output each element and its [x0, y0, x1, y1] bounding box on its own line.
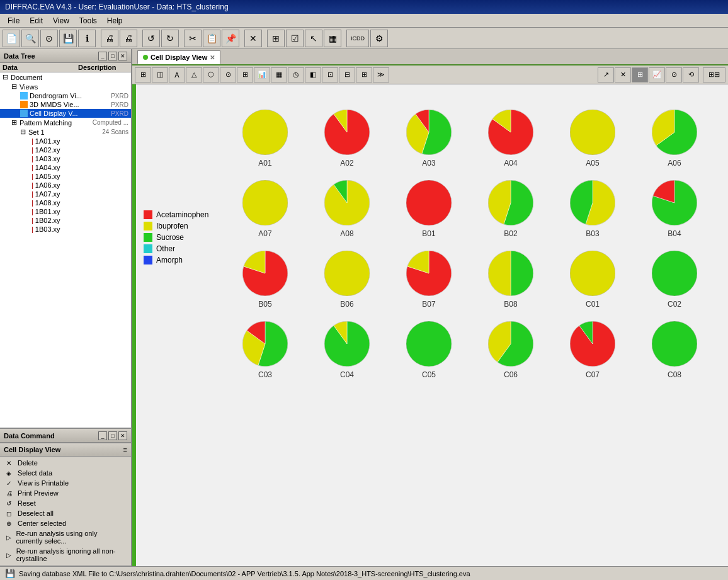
chart-cell-c05[interactable]: C05 [394, 321, 464, 379]
tree-1a01[interactable]: | 1A01.xy [0, 137, 131, 145]
open-button[interactable]: 🔍 [21, 30, 39, 47]
chart-cell-c01[interactable]: C01 [558, 251, 627, 309]
check-button[interactable]: ☑ [286, 30, 304, 47]
view-btn4[interactable]: △ [186, 67, 202, 82]
chart-cell-a04[interactable]: A04 [476, 110, 545, 168]
view-btn10[interactable]: ◷ [288, 67, 304, 82]
chart-cell-c07[interactable]: C07 [558, 321, 627, 379]
tree-1b03[interactable]: | 1B03.xy [0, 225, 131, 234]
chart-cell-b01[interactable]: B01 [394, 180, 464, 238]
tree-views[interactable]: ⊟ Views [0, 82, 131, 91]
chart-cell-a02[interactable]: A02 [312, 110, 382, 168]
view-btn11[interactable]: ◧ [305, 67, 321, 82]
tab-cell-display[interactable]: Cell Display View ✕ [137, 50, 220, 64]
view-btn6[interactable]: ⊙ [220, 67, 236, 82]
cmd-print-preview[interactable]: 🖨 Print Preview [4, 488, 127, 498]
view-btn22[interactable]: ⊞⊞ [703, 67, 725, 82]
maximize-tree-button[interactable]: □ [108, 52, 117, 60]
tree-document[interactable]: ⊟ Document [0, 72, 131, 82]
tree-3dmmds[interactable]: 3D MMDS Vie... PXRD [0, 100, 131, 109]
view-btn5[interactable]: ⬡ [203, 67, 219, 82]
menu-file[interactable]: File [3, 15, 25, 26]
chart-cell-c06[interactable]: C06 [476, 321, 545, 379]
section-menu-icon[interactable]: ≡ [123, 446, 127, 453]
view-btn7[interactable]: ⊞ [237, 67, 253, 82]
settings-button[interactable]: ⚙ [370, 30, 388, 47]
chart-cell-b05[interactable]: B05 [230, 251, 300, 309]
chart-cell-b08[interactable]: B08 [476, 251, 545, 309]
chart-cell-b07[interactable]: B07 [394, 251, 464, 309]
chart-cell-c02[interactable]: C02 [640, 251, 709, 309]
menu-view[interactable]: View [48, 15, 74, 26]
redo-button[interactable]: ↻ [161, 30, 179, 47]
chart-cell-b03[interactable]: B03 [558, 180, 627, 238]
chart-cell-a03[interactable]: A03 [394, 110, 464, 168]
cmd-reset[interactable]: ↺ Reset [4, 498, 127, 508]
cmd-rerun-noncrystalline[interactable]: ▷ Re-run analysis ignoring all non-cryst… [4, 546, 127, 564]
view-btn9[interactable]: ▦ [271, 67, 287, 82]
menu-tools[interactable]: Tools [74, 15, 102, 26]
minimize-tree-button[interactable]: _ [98, 52, 107, 60]
tree-dendrogram[interactable]: Dendrogram Vi... PXRD [0, 91, 131, 100]
save-button[interactable]: 💾 [59, 30, 77, 47]
view-btn20[interactable]: ⊙ [666, 67, 682, 82]
cmd-deselect[interactable]: ◻ Deselect all [4, 508, 127, 518]
chart-cell-a06[interactable]: A06 [640, 110, 709, 168]
view-btn16[interactable]: ↗ [598, 67, 614, 82]
chart-cell-b02[interactable]: B02 [476, 180, 545, 238]
chart-cell-c08[interactable]: C08 [640, 321, 709, 379]
view-btn14[interactable]: ⊞ [356, 67, 372, 82]
close-tree-button[interactable]: ✕ [118, 52, 127, 60]
view-btn8[interactable]: 📊 [254, 67, 270, 82]
tree-1a08[interactable]: | 1A08.xy [0, 198, 131, 207]
view-btn13[interactable]: ⊟ [339, 67, 355, 82]
info-button[interactable]: ℹ [78, 30, 96, 47]
tree-1a07[interactable]: | 1A07.xy [0, 190, 131, 198]
tree-pattern-matching[interactable]: ⊞ Pattern Matching Computed ... [0, 118, 131, 127]
cmd-select-data[interactable]: ◈ Select data [4, 468, 127, 478]
tree-1a05[interactable]: | 1A05.xy [0, 172, 131, 181]
copy-button[interactable]: 📋 [203, 30, 220, 47]
view-btn15[interactable]: ≫ [373, 67, 389, 82]
view-btn12[interactable]: ⊡ [322, 67, 338, 82]
close-cmd-button[interactable]: ✕ [118, 431, 127, 440]
cmd-delete[interactable]: ✕ Delete [4, 458, 127, 468]
tree-set1[interactable]: ⊟ Set 1 24 Scans [0, 127, 131, 137]
chart-cell-c03[interactable]: C03 [230, 321, 300, 379]
tree-1b01[interactable]: | 1B01.xy [0, 207, 131, 216]
chart-cell-a01[interactable]: A01 [230, 110, 300, 168]
chart-cell-a05[interactable]: A05 [558, 110, 627, 168]
chart-cell-a08[interactable]: A08 [312, 180, 382, 238]
view-btn18[interactable]: ⊞ [632, 67, 648, 82]
chart-cell-b06[interactable]: B06 [312, 251, 382, 309]
tree-1a02[interactable]: | 1A02.xy [0, 145, 131, 154]
close-button[interactable]: ✕ [244, 30, 262, 47]
view-btn2[interactable]: ◫ [152, 67, 168, 82]
undo-button[interactable]: ↺ [142, 30, 160, 47]
menu-help[interactable]: Help [102, 15, 128, 26]
paste-button[interactable]: 📌 [222, 30, 239, 47]
print-button[interactable]: 🖨 [101, 30, 118, 47]
tool3-button[interactable]: ⊙ [40, 30, 58, 47]
tree-1a06[interactable]: | 1A06.xy [0, 181, 131, 190]
cmd-printable[interactable]: ✓ View is Printable [4, 478, 127, 488]
menu-edit[interactable]: Edit [25, 15, 48, 26]
tree-1a03[interactable]: | 1A03.xy [0, 154, 131, 163]
cmd-rerun-selected[interactable]: ▷ Re-run analysis using only currently s… [4, 528, 127, 546]
view-btn19[interactable]: 📈 [649, 67, 665, 82]
cursor-button[interactable]: ↖ [305, 30, 322, 47]
print2-button[interactable]: 🖨 [120, 30, 137, 47]
view-btn3[interactable]: A [169, 67, 185, 82]
grid-button[interactable]: ⊞ [267, 30, 285, 47]
chart-cell-c04[interactable]: C04 [312, 321, 382, 379]
view-grid-button[interactable]: ⊞ [135, 67, 151, 82]
view-btn21[interactable]: ⟲ [683, 67, 699, 82]
minimize-cmd-button[interactable]: _ [98, 431, 107, 440]
new-button[interactable]: 📄 [3, 30, 20, 47]
icdd-button[interactable]: ICDD [346, 30, 369, 47]
chart-cell-b04[interactable]: B04 [640, 180, 709, 238]
cmd-center[interactable]: ⊕ Center selected [4, 518, 127, 528]
chart-cell-a07[interactable]: A07 [230, 180, 300, 238]
maximize-cmd-button[interactable]: □ [108, 431, 117, 440]
tab-close-button[interactable]: ✕ [210, 54, 215, 61]
